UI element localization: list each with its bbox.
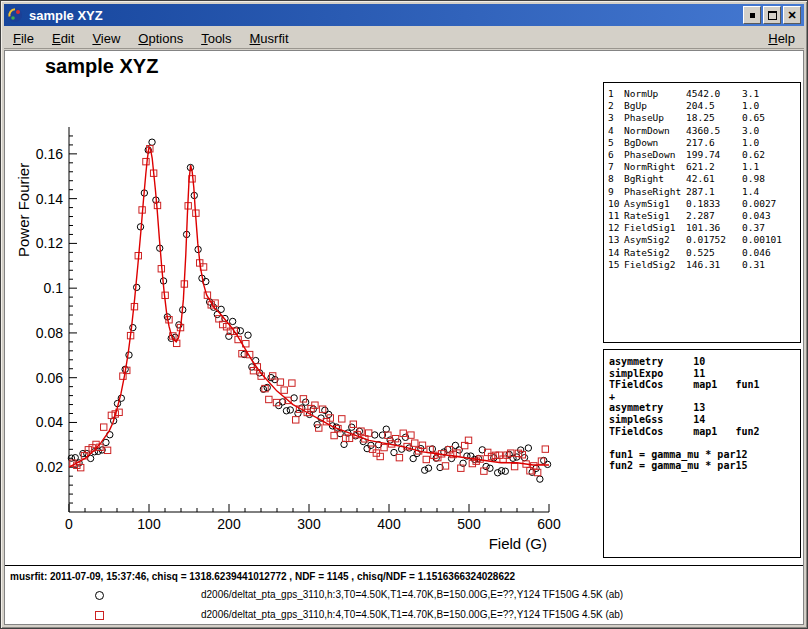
parameter-table-body: 1NormUp4542.03.12BgUp204.51.03PhaseUp18.… bbox=[608, 88, 796, 271]
minimize-icon bbox=[750, 13, 755, 18]
theory-line: TFieldCos map1 fun2 bbox=[609, 426, 795, 438]
app-icon bbox=[7, 7, 23, 23]
parameter-row: 4NormDown4360.53.0 bbox=[608, 125, 796, 137]
theory-box: asymmetry 10simplExpo 11TFieldCos map1 f… bbox=[603, 349, 801, 558]
theory-line: simplExpo 11 bbox=[609, 368, 795, 380]
theory-line: TFieldCos map1 fun1 bbox=[609, 379, 795, 391]
parameter-row: 14RateSig20.5250.046 bbox=[608, 247, 796, 259]
menu-edit[interactable]: Edit bbox=[43, 29, 83, 48]
parameter-row: 1NormUp4542.03.1 bbox=[608, 88, 796, 100]
title-bar[interactable]: sample XYZ ✕ bbox=[4, 4, 804, 26]
svg-text:0.16: 0.16 bbox=[36, 146, 63, 162]
window-title: sample XYZ bbox=[29, 8, 741, 23]
parameter-row: 5BgDown217.61.0 bbox=[608, 137, 796, 149]
parameter-row: 12FieldSig1101.360.37 bbox=[608, 222, 796, 234]
theory-line: fun1 = gamma_mu * par12 bbox=[609, 449, 795, 461]
svg-text:0: 0 bbox=[65, 516, 73, 532]
close-icon: ✕ bbox=[787, 10, 796, 21]
svg-text:100: 100 bbox=[137, 516, 161, 532]
svg-text:0.04: 0.04 bbox=[36, 414, 63, 430]
x-axis-label: Field (G) bbox=[489, 535, 547, 552]
legend-text: d2006/deltat_pta_gps_3110,h:3,T0=4.50K,T… bbox=[201, 589, 623, 600]
theory-line bbox=[609, 437, 795, 449]
menu-bar: File Edit View Options Tools Musrfit Hel… bbox=[4, 28, 804, 49]
svg-text:200: 200 bbox=[217, 516, 241, 532]
plot-canvas[interactable]: 01002003004005006000.020.040.060.080.10.… bbox=[5, 51, 605, 566]
parameter-row: 3PhaseUp18.250.65 bbox=[608, 112, 796, 124]
svg-text:0.14: 0.14 bbox=[36, 191, 63, 207]
parameter-row: 2BgUp204.51.0 bbox=[608, 100, 796, 112]
canvas-area: sample XYZ 01002003004005006000.020.040.… bbox=[4, 50, 804, 625]
menu-view[interactable]: View bbox=[83, 29, 129, 48]
parameter-box: 1NormUp4542.03.12BgUp204.51.03PhaseUp18.… bbox=[603, 82, 801, 343]
parameter-row: 9PhaseRight287.11.4 bbox=[608, 186, 796, 198]
parameter-row: 8BgRight42.610.98 bbox=[608, 173, 796, 185]
parameter-row: 6PhaseDown199.740.62 bbox=[608, 149, 796, 161]
parameter-row: 10AsymSig10.18330.0027 bbox=[608, 198, 796, 210]
legend-row: d2006/deltat_pta_gps_3110,h:3,T0=4.50K,T… bbox=[5, 588, 803, 602]
y-axis-label: Power Fourier bbox=[15, 127, 32, 257]
menu-musrfit[interactable]: Musrfit bbox=[241, 29, 298, 48]
menu-file[interactable]: File bbox=[4, 29, 43, 48]
legend-row: d2006/deltat_pta_gps_3110,h:4,T0=4.50K,T… bbox=[5, 608, 803, 622]
theory-line: asymmetry 10 bbox=[609, 356, 795, 368]
maximize-icon bbox=[768, 11, 777, 20]
minimize-button[interactable] bbox=[743, 6, 761, 24]
close-button[interactable]: ✕ bbox=[783, 6, 801, 24]
status-divider bbox=[5, 565, 803, 566]
parameter-row: 11RateSig12.2870.043 bbox=[608, 210, 796, 222]
theory-line: asymmetry 13 bbox=[609, 402, 795, 414]
svg-text:300: 300 bbox=[297, 516, 321, 532]
legend-marker bbox=[95, 591, 104, 600]
theory-box-body: asymmetry 10simplExpo 11TFieldCos map1 f… bbox=[609, 356, 795, 472]
svg-text:600: 600 bbox=[537, 516, 561, 532]
svg-text:0.06: 0.06 bbox=[36, 370, 63, 386]
svg-text:0.02: 0.02 bbox=[36, 459, 63, 475]
parameter-row: 7NormRight621.21.1 bbox=[608, 161, 796, 173]
menu-options[interactable]: Options bbox=[129, 29, 192, 48]
app-window: sample XYZ ✕ File Edit View Options Tool… bbox=[0, 0, 808, 629]
svg-text:500: 500 bbox=[457, 516, 481, 532]
legend-text: d2006/deltat_pta_gps_3110,h:4,T0=4.50K,T… bbox=[201, 609, 623, 620]
legend-marker bbox=[95, 611, 104, 620]
theory-line: + bbox=[609, 391, 795, 403]
svg-text:0.1: 0.1 bbox=[44, 280, 64, 296]
svg-text:0.08: 0.08 bbox=[36, 325, 63, 341]
menu-tools[interactable]: Tools bbox=[192, 29, 240, 48]
parameter-row: 13AsymSig20.017520.00101 bbox=[608, 234, 796, 246]
theory-line: simpleGss 14 bbox=[609, 414, 795, 426]
theory-line: fun2 = gamma_mu * par15 bbox=[609, 460, 795, 472]
svg-text:0.12: 0.12 bbox=[36, 235, 63, 251]
fit-status-line: musrfit: 2011-07-09, 15:37:46, chisq = 1… bbox=[10, 571, 515, 582]
menu-help[interactable]: Help bbox=[759, 29, 804, 48]
parameter-row: 15FieldSig2146.310.31 bbox=[608, 259, 796, 271]
svg-text:400: 400 bbox=[377, 516, 401, 532]
maximize-button[interactable] bbox=[763, 6, 781, 24]
